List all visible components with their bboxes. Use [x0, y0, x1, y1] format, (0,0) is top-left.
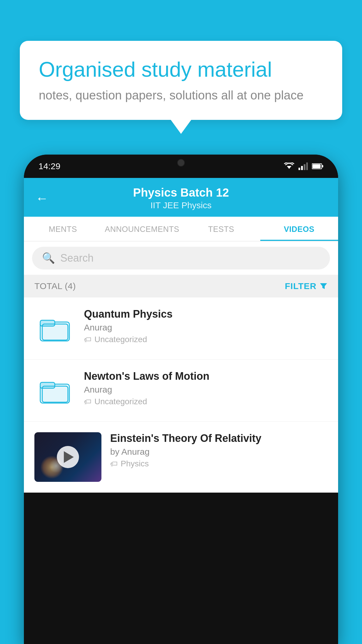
- bubble-title: Organised study material: [39, 57, 323, 82]
- search-bar-container: 🔍 Search: [24, 242, 338, 275]
- speech-bubble-card: Organised study material notes, question…: [20, 41, 342, 120]
- tab-videos[interactable]: VIDEOS: [260, 217, 338, 241]
- video-list: Quantum Physics Anurag 🏷 Uncategorized: [24, 298, 338, 493]
- folder-icon-wrap: [34, 308, 75, 349]
- filter-label: FILTER: [285, 281, 317, 291]
- play-triangle-icon: [64, 451, 74, 463]
- svg-rect-3: [304, 164, 305, 170]
- tab-tests[interactable]: TESTS: [182, 217, 260, 241]
- status-time: 14:29: [38, 161, 60, 171]
- tag-icon-3: 🏷: [110, 459, 118, 468]
- folder-icon-wrap-2: [34, 370, 75, 411]
- phone-camera: [177, 159, 185, 167]
- filter-bar: TOTAL (4) FILTER: [24, 275, 338, 298]
- signal-icon: [298, 162, 308, 170]
- svg-rect-7: [312, 164, 321, 168]
- svg-rect-1: [298, 168, 300, 170]
- video-info-3: Einstein's Theory Of Relativity by Anura…: [110, 432, 328, 468]
- search-icon: 🔍: [42, 252, 55, 264]
- battery-icon: [312, 163, 324, 169]
- svg-rect-2: [301, 166, 303, 170]
- filter-funnel-icon: [319, 282, 328, 290]
- total-count: TOTAL (4): [34, 281, 76, 291]
- speech-bubble: Organised study material notes, question…: [20, 41, 342, 120]
- tag-icon-2: 🏷: [84, 397, 92, 406]
- video-info: Quantum Physics Anurag 🏷 Uncategorized: [84, 308, 328, 344]
- video-title-3: Einstein's Theory Of Relativity: [110, 432, 328, 444]
- svg-rect-4: [306, 162, 308, 170]
- bubble-subtitle: notes, question papers, solutions all at…: [39, 88, 323, 102]
- tag-icon: 🏷: [84, 335, 92, 344]
- video-author: Anurag: [84, 323, 328, 332]
- video-author-2: Anurag: [84, 385, 328, 395]
- play-button[interactable]: [57, 446, 79, 468]
- video-tag: 🏷 Uncategorized: [84, 335, 328, 344]
- video-thumbnail: [34, 432, 101, 482]
- search-placeholder: Search: [60, 252, 94, 264]
- video-title-2: Newton's Laws of Motion: [84, 370, 328, 382]
- phone-notch: [158, 155, 204, 171]
- phone-screen: ← Physics Batch 12 IIT JEE Physics MENTS…: [24, 178, 338, 493]
- tab-ments[interactable]: MENTS: [24, 217, 102, 241]
- list-item-thumb[interactable]: Einstein's Theory Of Relativity by Anura…: [24, 422, 338, 493]
- status-bar: 14:29: [24, 155, 338, 178]
- tab-announcements[interactable]: ANNOUNCEMENTS: [102, 217, 182, 241]
- header-title-group: Physics Batch 12 IIT JEE Physics: [57, 186, 305, 210]
- video-author-3: by Anurag: [110, 447, 328, 457]
- tag-label: Uncategorized: [94, 335, 147, 344]
- tabs-bar: MENTS ANNOUNCEMENTS TESTS VIDEOS: [24, 217, 338, 242]
- filter-button[interactable]: FILTER: [285, 281, 328, 291]
- video-tag-3: 🏷 Physics: [110, 459, 328, 468]
- search-bar[interactable]: 🔍 Search: [32, 247, 330, 270]
- back-button[interactable]: ←: [36, 191, 48, 206]
- folder-icon-2: [39, 376, 71, 405]
- tag-label-3: Physics: [121, 459, 149, 468]
- tag-label-2: Uncategorized: [94, 397, 147, 406]
- video-tag-2: 🏷 Uncategorized: [84, 397, 328, 406]
- svg-marker-8: [320, 283, 327, 289]
- svg-marker-0: [287, 166, 291, 169]
- status-icons: [284, 162, 324, 170]
- list-item[interactable]: Newton's Laws of Motion Anurag 🏷 Uncateg…: [24, 360, 338, 422]
- list-item[interactable]: Quantum Physics Anurag 🏷 Uncategorized: [24, 298, 338, 360]
- header-title: Physics Batch 12: [57, 186, 305, 199]
- video-title: Quantum Physics: [84, 308, 328, 320]
- phone-mockup: 14:29: [24, 155, 338, 644]
- app-header: ← Physics Batch 12 IIT JEE Physics: [24, 178, 338, 217]
- video-info-2: Newton's Laws of Motion Anurag 🏷 Uncateg…: [84, 370, 328, 406]
- folder-icon: [39, 314, 71, 343]
- header-subtitle: IIT JEE Physics: [57, 200, 305, 210]
- wifi-icon: [284, 162, 294, 170]
- svg-rect-6: [322, 165, 323, 167]
